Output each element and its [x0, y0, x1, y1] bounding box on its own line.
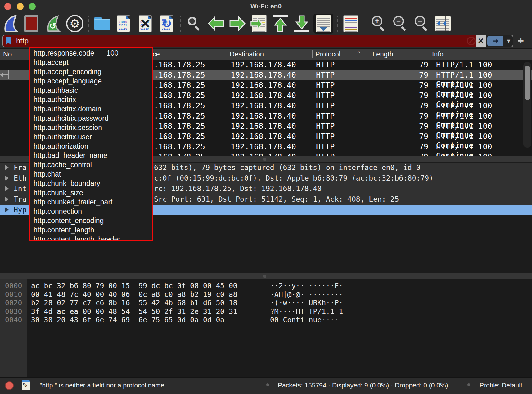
- wireshark-window: Wi-Fi: en0 ↺ ⚙ 010100110101110 010100110…: [0, 0, 532, 394]
- display-filter-field[interactable]: http. ✕ ➞ ▼: [2, 35, 513, 47]
- zoom-reset-icon[interactable]: =: [411, 14, 431, 34]
- filter-input-invalid[interactable]: http.: [3, 35, 476, 47]
- autocomplete-item[interactable]: http.authcitrix.user: [30, 132, 152, 141]
- expert-info-icon[interactable]: [5, 381, 14, 390]
- cell-destination: 192.168.178.40: [231, 60, 296, 69]
- cell-info: HTTP/1.1 100 Continue: [436, 152, 532, 156]
- zoom-out-icon[interactable]: −: [390, 14, 410, 34]
- autocomplete-item[interactable]: http.accept_language: [30, 76, 152, 86]
- expand-triangle-icon[interactable]: [5, 186, 9, 191]
- column-divider[interactable]: [312, 50, 313, 58]
- autocomplete-item[interactable]: http.chunk_size: [30, 188, 152, 197]
- hex-row[interactable]: 0010 00 41 48 7c 40 00 40 06 0c a8 c0 a8…: [0, 290, 532, 299]
- autocomplete-item[interactable]: http.authbasic: [30, 86, 152, 95]
- go-forward-icon[interactable]: [228, 14, 247, 34]
- filter-bar: http. ✕ ➞ ▼ +: [0, 34, 532, 48]
- capture-comment-icon[interactable]: [22, 380, 30, 390]
- packet-counts: Packets: 155794 · Displayed: 9 (0.0%) · …: [278, 382, 448, 389]
- autocomplete-item[interactable]: http.chunked_trailer_part: [30, 197, 152, 207]
- filter-history-caret-icon[interactable]: ▼: [506, 38, 512, 44]
- reload-file-icon[interactable]: 010100110101110 ↻: [157, 14, 177, 34]
- cell-length: 79: [397, 142, 428, 151]
- auto-scroll-icon[interactable]: [313, 14, 333, 34]
- cell-length: 79: [397, 81, 428, 90]
- autocomplete-item[interactable]: http.accept: [30, 58, 152, 67]
- expand-triangle-icon[interactable]: [5, 197, 9, 202]
- autocomplete-item[interactable]: http.authcitrix.password: [30, 114, 152, 123]
- find-packet-icon[interactable]: [184, 14, 204, 34]
- filter-autocomplete-dropdown: http.response.code == 100 http.accept ht…: [29, 47, 153, 241]
- colorize-icon[interactable]: [341, 14, 361, 34]
- close-file-icon[interactable]: 010100110101110 ✕: [135, 14, 155, 34]
- filter-apply-button[interactable]: ➞: [487, 36, 503, 46]
- stop-capture-icon[interactable]: [21, 14, 41, 34]
- hex-offset: 0000: [5, 282, 22, 290]
- filter-clear-button[interactable]: ✕: [476, 35, 486, 47]
- go-back-icon[interactable]: [206, 14, 226, 34]
- open-file-folder-icon[interactable]: [92, 14, 112, 34]
- reload-arrow-glyph: ↻: [160, 16, 173, 32]
- autocomplete-item[interactable]: http.response.code == 100: [30, 48, 152, 58]
- autocomplete-item[interactable]: http.authcitrix: [30, 95, 152, 104]
- resize-columns-icon[interactable]: [433, 14, 453, 34]
- column-divider[interactable]: [227, 50, 227, 58]
- cell-length: 79: [397, 60, 428, 69]
- scrollbar-thumb[interactable]: [525, 66, 530, 100]
- filter-add-button[interactable]: +: [518, 35, 524, 47]
- expand-triangle-icon[interactable]: [5, 176, 9, 181]
- title-bar: Wi-Fi: en0: [0, 0, 532, 12]
- autocomplete-item[interactable]: http.content_encoding: [30, 216, 152, 225]
- detail-label: Hyp: [14, 206, 27, 214]
- cell-protocol: HTTP: [316, 60, 335, 69]
- cell-protocol: HTTP: [316, 101, 335, 110]
- profile-label[interactable]: Profile: Default: [480, 382, 522, 389]
- hex-row[interactable]: 0030 3f 4d ac ea 00 00 48 54 54 50 2f 31…: [0, 307, 532, 316]
- autocomplete-item[interactable]: http.accept_encoding: [30, 67, 152, 76]
- expand-triangle-icon[interactable]: [5, 165, 9, 170]
- capture-options-gear-icon[interactable]: ⚙: [65, 14, 85, 34]
- restart-capture-icon[interactable]: ↺: [43, 14, 63, 34]
- column-header-protocol[interactable]: Protocol: [315, 50, 340, 58]
- go-to-first-packet-icon[interactable]: [270, 14, 290, 34]
- autocomplete-item[interactable]: http.bad_header_name: [30, 151, 152, 160]
- detail-text: rc: 192.168.178.25, Dst: 192.168.178.40: [154, 185, 322, 193]
- detail-text: Src Port: 631, Dst Port: 51142, Seq: 1, …: [154, 195, 399, 203]
- column-header-length[interactable]: Length: [372, 50, 393, 58]
- autocomplete-item[interactable]: http.chat: [30, 169, 152, 179]
- column-divider[interactable]: [368, 50, 368, 58]
- hex-bytes: 3f 4d ac ea 00 00 48 54 54 50 2f 31 2e 3…: [31, 307, 237, 316]
- column-header-no[interactable]: No.: [3, 50, 14, 58]
- go-to-last-packet-icon[interactable]: [292, 14, 312, 34]
- packet-bytes-pane[interactable]: 0000 ac bc 32 b6 80 79 00 15 99 dc bc 0f…: [0, 279, 532, 377]
- start-capture-icon[interactable]: [0, 14, 20, 34]
- hex-ascii: ·(·w···· UBKh··P·: [270, 299, 343, 307]
- column-header-destination[interactable]: Destination: [230, 50, 264, 58]
- detail-label: Fra: [14, 163, 27, 172]
- autocomplete-item[interactable]: http.authcitrix.session: [30, 123, 152, 132]
- go-to-packet-icon[interactable]: [249, 14, 269, 34]
- autocomplete-item[interactable]: http.cache_control: [30, 160, 152, 169]
- hex-bytes: ac bc 32 b6 80 79 00 15 99 dc bc 0f 08 0…: [31, 282, 237, 290]
- autocomplete-item[interactable]: http.authcitrix.domain: [30, 104, 152, 114]
- cell-protocol: HTTP: [316, 111, 335, 120]
- save-file-icon[interactable]: 010100110101110: [114, 14, 133, 34]
- column-divider[interactable]: [429, 50, 429, 58]
- autocomplete-item[interactable]: http.chunk_boundary: [30, 179, 152, 188]
- filter-input-value[interactable]: http.: [16, 37, 31, 45]
- close-x-glyph: ✕: [139, 16, 151, 32]
- filter-bookmark-icon[interactable]: [6, 37, 11, 45]
- zoom-in-icon[interactable]: +: [368, 14, 388, 34]
- hex-bytes: 00 41 48 7c 40 00 40 06 0c a8 c0 a8 b2 1…: [31, 290, 237, 298]
- autocomplete-item[interactable]: http.authorization: [30, 141, 152, 151]
- autocomplete-item[interactable]: http.content_length: [30, 225, 152, 235]
- hex-row[interactable]: 0000 ac bc 32 b6 80 79 00 15 99 dc bc 0f…: [0, 281, 532, 290]
- autocomplete-item[interactable]: http.content_length_header: [30, 235, 152, 241]
- restart-arrow-glyph: ↺: [43, 14, 63, 34]
- hex-row[interactable]: 0020 b2 28 02 77 c7 c6 8b 16 55 42 4b 68…: [0, 298, 532, 307]
- pane-splitter-bottom[interactable]: [0, 273, 532, 279]
- column-header-info[interactable]: Info: [432, 50, 444, 58]
- autocomplete-item[interactable]: http.connection: [30, 207, 152, 216]
- hex-row[interactable]: 0040 30 30 20 43 6f 6e 74 69 6e 75 65 0d…: [0, 316, 532, 324]
- expand-triangle-icon[interactable]: [5, 207, 9, 212]
- sort-ascending-icon: ^: [358, 50, 360, 56]
